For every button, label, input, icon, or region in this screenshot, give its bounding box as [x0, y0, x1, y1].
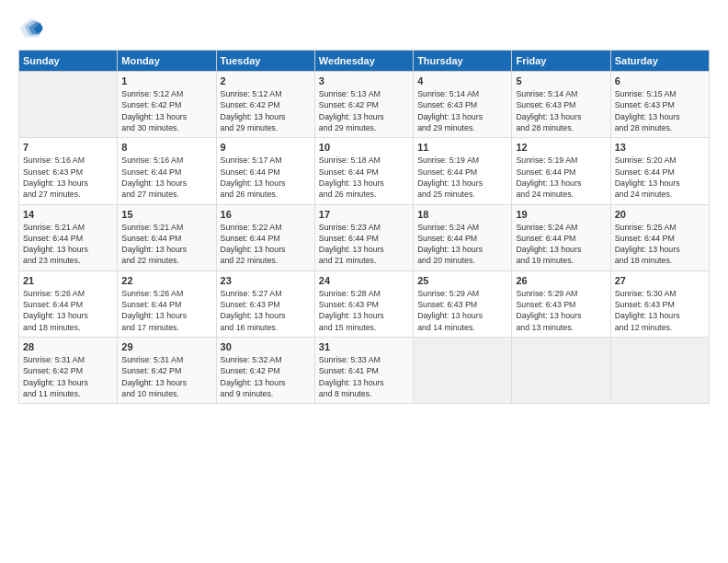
- generalblue-logo-icon: [18, 15, 44, 40]
- day-info: Sunrise: 5:31 AM Sunset: 6:42 PM Dayligh…: [121, 355, 187, 398]
- day-info: Sunrise: 5:33 AM Sunset: 6:41 PM Dayligh…: [319, 355, 384, 398]
- calendar-cell: [414, 338, 512, 404]
- day-info: Sunrise: 5:12 AM Sunset: 6:42 PM Dayligh…: [221, 89, 286, 132]
- calendar-cell: 15 Sunrise: 5:21 AM Sunset: 6:44 PM Dayl…: [118, 204, 216, 270]
- day-number: 14: [23, 209, 113, 220]
- calendar-week-4: 21 Sunrise: 5:26 AM Sunset: 6:44 PM Dayl…: [19, 270, 710, 337]
- day-info: Sunrise: 5:29 AM Sunset: 6:43 PM Dayligh…: [417, 289, 483, 332]
- day-number: 16: [221, 209, 311, 220]
- calendar-week-3: 14 Sunrise: 5:21 AM Sunset: 6:44 PM Dayl…: [19, 204, 710, 270]
- day-info: Sunrise: 5:19 AM Sunset: 6:44 PM Dayligh…: [516, 155, 581, 199]
- calendar-cell: 26 Sunrise: 5:29 AM Sunset: 6:43 PM Dayl…: [512, 270, 610, 337]
- day-number: 22: [121, 275, 211, 286]
- day-number: 6: [615, 75, 705, 86]
- day-number: 13: [615, 142, 705, 153]
- calendar-cell: 9 Sunrise: 5:17 AM Sunset: 6:44 PM Dayli…: [216, 138, 314, 204]
- calendar-cell: 22 Sunrise: 5:26 AM Sunset: 6:44 PM Dayl…: [118, 270, 216, 337]
- calendar-cell: 27 Sunrise: 5:30 AM Sunset: 6:43 PM Dayl…: [610, 270, 709, 337]
- day-number: 23: [221, 275, 311, 286]
- day-number: 24: [319, 275, 409, 286]
- calendar-table: Sunday Monday Tuesday Wednesday Thursday…: [18, 50, 710, 404]
- calendar-cell: 19 Sunrise: 5:24 AM Sunset: 6:44 PM Dayl…: [512, 204, 610, 270]
- day-number: 3: [319, 75, 409, 86]
- day-info: Sunrise: 5:24 AM Sunset: 6:44 PM Dayligh…: [417, 223, 483, 266]
- day-info: Sunrise: 5:17 AM Sunset: 6:44 PM Dayligh…: [221, 155, 286, 199]
- day-number: 5: [516, 75, 606, 86]
- day-info: Sunrise: 5:16 AM Sunset: 6:43 PM Dayligh…: [23, 155, 88, 199]
- calendar-cell: 11 Sunrise: 5:19 AM Sunset: 6:44 PM Dayl…: [414, 138, 512, 204]
- day-number: 4: [417, 75, 507, 86]
- day-number: 20: [615, 209, 705, 220]
- day-info: Sunrise: 5:20 AM Sunset: 6:44 PM Dayligh…: [615, 155, 680, 199]
- day-number: 26: [516, 275, 606, 286]
- col-wednesday: Wednesday: [314, 51, 413, 72]
- day-number: 25: [417, 275, 507, 286]
- calendar-cell: 21 Sunrise: 5:26 AM Sunset: 6:44 PM Dayl…: [19, 270, 118, 337]
- day-info: Sunrise: 5:26 AM Sunset: 6:44 PM Dayligh…: [121, 289, 187, 332]
- calendar-cell: 2 Sunrise: 5:12 AM Sunset: 6:42 PM Dayli…: [216, 72, 314, 138]
- day-number: 29: [121, 341, 211, 352]
- day-number: 19: [516, 209, 606, 220]
- calendar-cell: 12 Sunrise: 5:19 AM Sunset: 6:44 PM Dayl…: [512, 138, 610, 204]
- day-info: Sunrise: 5:21 AM Sunset: 6:44 PM Dayligh…: [23, 223, 88, 266]
- page: Sunday Monday Tuesday Wednesday Thursday…: [0, 0, 728, 563]
- calendar-cell: 4 Sunrise: 5:14 AM Sunset: 6:43 PM Dayli…: [414, 72, 512, 138]
- day-number: 31: [319, 341, 409, 352]
- header-row: Sunday Monday Tuesday Wednesday Thursday…: [19, 51, 710, 72]
- calendar-week-5: 28 Sunrise: 5:31 AM Sunset: 6:42 PM Dayl…: [19, 338, 710, 404]
- calendar-cell: 13 Sunrise: 5:20 AM Sunset: 6:44 PM Dayl…: [610, 138, 709, 204]
- calendar-cell: 8 Sunrise: 5:16 AM Sunset: 6:44 PM Dayli…: [118, 138, 216, 204]
- logo: [18, 15, 48, 40]
- day-info: Sunrise: 5:13 AM Sunset: 6:42 PM Dayligh…: [319, 89, 384, 132]
- day-number: 18: [417, 209, 507, 220]
- calendar-cell: 30 Sunrise: 5:32 AM Sunset: 6:42 PM Dayl…: [216, 338, 314, 404]
- calendar-cell: 1 Sunrise: 5:12 AM Sunset: 6:42 PM Dayli…: [118, 72, 216, 138]
- day-info: Sunrise: 5:26 AM Sunset: 6:44 PM Dayligh…: [23, 289, 88, 332]
- calendar-cell: 28 Sunrise: 5:31 AM Sunset: 6:42 PM Dayl…: [19, 338, 118, 404]
- day-number: 12: [516, 142, 606, 153]
- calendar-cell: 14 Sunrise: 5:21 AM Sunset: 6:44 PM Dayl…: [19, 204, 118, 270]
- calendar-cell: 10 Sunrise: 5:18 AM Sunset: 6:44 PM Dayl…: [314, 138, 413, 204]
- day-number: 21: [23, 275, 113, 286]
- day-info: Sunrise: 5:23 AM Sunset: 6:44 PM Dayligh…: [319, 223, 384, 266]
- day-number: 1: [121, 75, 211, 86]
- day-number: 28: [23, 341, 113, 352]
- day-info: Sunrise: 5:28 AM Sunset: 6:43 PM Dayligh…: [319, 289, 384, 332]
- day-info: Sunrise: 5:14 AM Sunset: 6:43 PM Dayligh…: [417, 89, 483, 132]
- day-number: 9: [221, 142, 311, 153]
- calendar-cell: 29 Sunrise: 5:31 AM Sunset: 6:42 PM Dayl…: [118, 338, 216, 404]
- calendar-cell: 23 Sunrise: 5:27 AM Sunset: 6:43 PM Dayl…: [216, 270, 314, 337]
- calendar-cell: 7 Sunrise: 5:16 AM Sunset: 6:43 PM Dayli…: [19, 138, 118, 204]
- calendar-cell: [19, 72, 118, 138]
- day-info: Sunrise: 5:30 AM Sunset: 6:43 PM Dayligh…: [615, 289, 680, 332]
- day-info: Sunrise: 5:27 AM Sunset: 6:43 PM Dayligh…: [221, 289, 286, 332]
- day-info: Sunrise: 5:12 AM Sunset: 6:42 PM Dayligh…: [121, 89, 187, 132]
- day-number: 7: [23, 142, 113, 153]
- day-number: 2: [221, 75, 311, 86]
- col-friday: Friday: [512, 51, 610, 72]
- day-number: 8: [121, 142, 211, 153]
- day-info: Sunrise: 5:16 AM Sunset: 6:44 PM Dayligh…: [121, 155, 187, 199]
- col-thursday: Thursday: [414, 51, 512, 72]
- calendar-cell: 18 Sunrise: 5:24 AM Sunset: 6:44 PM Dayl…: [414, 204, 512, 270]
- day-info: Sunrise: 5:19 AM Sunset: 6:44 PM Dayligh…: [417, 155, 483, 199]
- day-info: Sunrise: 5:31 AM Sunset: 6:42 PM Dayligh…: [23, 355, 88, 398]
- calendar-cell: 3 Sunrise: 5:13 AM Sunset: 6:42 PM Dayli…: [314, 72, 413, 138]
- calendar-cell: 6 Sunrise: 5:15 AM Sunset: 6:43 PM Dayli…: [610, 72, 709, 138]
- col-sunday: Sunday: [19, 51, 118, 72]
- calendar-cell: 24 Sunrise: 5:28 AM Sunset: 6:43 PM Dayl…: [314, 270, 413, 337]
- day-info: Sunrise: 5:29 AM Sunset: 6:43 PM Dayligh…: [516, 289, 581, 332]
- calendar-cell: 20 Sunrise: 5:25 AM Sunset: 6:44 PM Dayl…: [610, 204, 709, 270]
- calendar-cell: 31 Sunrise: 5:33 AM Sunset: 6:41 PM Dayl…: [314, 338, 413, 404]
- col-monday: Monday: [118, 51, 216, 72]
- day-number: 27: [615, 275, 705, 286]
- day-number: 15: [121, 209, 211, 220]
- day-info: Sunrise: 5:18 AM Sunset: 6:44 PM Dayligh…: [319, 155, 384, 199]
- day-info: Sunrise: 5:15 AM Sunset: 6:43 PM Dayligh…: [615, 89, 680, 132]
- col-saturday: Saturday: [610, 51, 709, 72]
- day-number: 11: [417, 142, 507, 153]
- calendar-cell: 5 Sunrise: 5:14 AM Sunset: 6:43 PM Dayli…: [512, 72, 610, 138]
- calendar-cell: 25 Sunrise: 5:29 AM Sunset: 6:43 PM Dayl…: [414, 270, 512, 337]
- day-number: 10: [319, 142, 409, 153]
- day-number: 17: [319, 209, 409, 220]
